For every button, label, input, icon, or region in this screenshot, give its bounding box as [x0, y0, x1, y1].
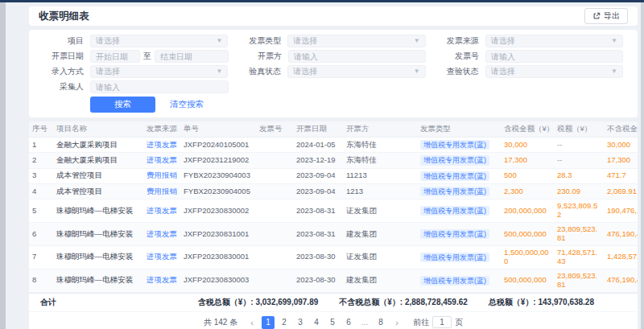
table-row: 8珠穆朗玛峰—电梯安装进项发票JXFP202308300032023-08-30…: [29, 269, 638, 292]
goto-page-input[interactable]: [432, 316, 452, 328]
column-header-project: 项目名称: [53, 121, 143, 137]
cell-net: 476,190,476.19: [604, 269, 638, 292]
summary-label: 合计: [40, 297, 56, 308]
invoice-source-link[interactable]: 进项发票: [147, 140, 177, 149]
cell-issuer: 东海特佳: [343, 137, 417, 152]
table-row: 5珠穆朗玛峰—电梯安装进项发票JXFP202308300022023-08-31…: [29, 199, 638, 223]
table-row: 3成本管控项目费用报销FYBX202309040032023-09-041121…: [29, 168, 638, 183]
invoice-no-label: 发票号: [432, 51, 479, 62]
cell-seq: 2: [29, 153, 53, 168]
table-row: 1金融大厦采购项目进项发票JXFP202401050012024-01-05东海…: [29, 137, 638, 152]
page-button[interactable]: 8: [374, 316, 387, 329]
column-header-seq: 序号: [29, 121, 53, 137]
column-header-tax: 税额（¥）: [554, 121, 604, 137]
cell-date: 2023-12-19: [293, 153, 343, 168]
invoice-no-input[interactable]: [485, 50, 623, 63]
invoice-source-select[interactable]: 请选择 ▼: [485, 35, 623, 47]
cell-doc_no: JXFP20230830001: [180, 245, 256, 269]
invoice-type-select[interactable]: 请选择 ▼: [287, 35, 425, 47]
filter-project: 项目 请选择 ▼: [37, 35, 228, 47]
cell-type: 增值税专用发票(蓝): [417, 269, 501, 292]
invoice-source-link[interactable]: 进项发票: [147, 206, 177, 215]
cell-tax: --: [554, 137, 604, 152]
page-button[interactable]: 3: [294, 316, 307, 329]
pagination: 共 142 条 ‹ 123456...8 › 前往 页: [29, 311, 638, 329]
column-header-type: 发票类型: [417, 121, 501, 137]
invoice-source-label: 发票来源: [432, 35, 479, 47]
page-button[interactable]: 6: [342, 316, 355, 329]
column-header-net: 不含税金额（¥）: [604, 121, 638, 137]
cell-project: 成本管控项目: [53, 183, 143, 199]
clear-search-button[interactable]: 清空搜索: [163, 97, 210, 113]
cell-doc_no: FYBX20230904003: [180, 168, 256, 183]
project-select-placeholder: 请选择: [96, 35, 120, 47]
invoice-type-badge: 增值税专用发票(蓝): [420, 140, 489, 150]
date-range-separator: 至: [143, 51, 151, 62]
filter-verify-status: 验真状态 请选择 ▼: [234, 65, 425, 78]
cell-seq: 3: [29, 168, 53, 183]
chevron-down-icon: ▼: [216, 38, 222, 44]
cell-date: 2023-08-31: [293, 223, 343, 246]
cell-issuer: 东海特佳: [343, 153, 417, 168]
cell-amount: 1,500,000,000: [501, 245, 554, 269]
cell-issuer: 11213: [343, 168, 417, 183]
invoice-type-badge: 增值税专用发票(蓝): [420, 229, 489, 239]
column-header-issuer: 开票方: [343, 121, 417, 137]
cell-tax: 23,809,523.81: [554, 223, 604, 246]
cell-doc_no: JXFP20230831001: [180, 223, 256, 246]
page-button[interactable]: 1: [262, 316, 275, 329]
cell-tax: 230.09: [554, 183, 604, 199]
filter-row-3: 录入方式 请选择 ▼ 验真状态 请选择 ▼ 查验状态 请选择 ▼: [37, 65, 630, 78]
cell-source: 进项发票: [143, 199, 180, 223]
filter-check-status: 查验状态 请选择 ▼: [432, 65, 623, 78]
search-button[interactable]: 搜索: [90, 97, 155, 113]
goto-suffix: 页: [455, 317, 463, 328]
cell-type: 增值税专用发票(蓝): [417, 245, 501, 269]
next-page-button[interactable]: ›: [392, 318, 402, 327]
invoice-source-link[interactable]: 进项发票: [147, 252, 177, 261]
filter-invoice-source: 发票来源 请选择 ▼: [432, 35, 623, 47]
table-row: 4成本管控项目费用报销FYBX202309040052023-09-041213…: [29, 183, 638, 199]
cell-project: 成本管控项目: [53, 168, 143, 183]
invoice-table: 序号项目名称发票来源单号发票号开票日期开票方发票类型含税金额（¥）税额（¥）不含…: [29, 121, 638, 293]
entry-mode-label: 录入方式: [37, 66, 84, 77]
prev-page-button[interactable]: ‹: [247, 318, 257, 327]
window-top-edge: [0, 0, 644, 2]
table-body: 1金融大厦采购项目进项发票JXFP202401050012024-01-05东海…: [29, 137, 638, 292]
check-status-select[interactable]: 请选择 ▼: [485, 65, 623, 78]
cell-invoice_no: [256, 245, 293, 269]
cell-project: 金融大厦采购项目: [53, 153, 143, 168]
date-end-input[interactable]: [155, 50, 229, 63]
project-select[interactable]: 请选择 ▼: [90, 35, 228, 47]
invoice-source-link[interactable]: 进项发票: [147, 229, 177, 238]
cell-invoice_no: [256, 183, 293, 199]
column-header-invoice_no: 发票号: [256, 121, 293, 137]
cell-net: 17,300: [604, 153, 638, 168]
filter-panel: 项目 请选择 ▼ 发票类型 请选择 ▼ 发票来源 请选择 ▼: [29, 30, 638, 117]
invoice-source-link[interactable]: 费用报销: [147, 171, 177, 179]
page-button[interactable]: 5: [326, 316, 339, 329]
page-button[interactable]: 2: [278, 316, 291, 329]
cell-type: 增值税专用发票(蓝): [417, 137, 501, 152]
filter-invoice-type: 发票类型 请选择 ▼: [234, 35, 425, 47]
table-scroll-area[interactable]: 序号项目名称发票来源单号发票号开票日期开票方发票类型含税金额（¥）税额（¥）不含…: [29, 121, 638, 293]
verify-status-select[interactable]: 请选择 ▼: [287, 65, 425, 78]
cell-amount: 200,000,000: [501, 199, 554, 223]
invoice-source-link[interactable]: 费用报销: [147, 187, 177, 195]
invoice-type-badge: 增值税专用发票(蓝): [420, 187, 489, 196]
invoice-source-link[interactable]: 进项发票: [147, 155, 177, 164]
collector-input[interactable]: [90, 80, 229, 93]
page-button[interactable]: 4: [310, 316, 323, 329]
invoice-table-card: 序号项目名称发票来源单号发票号开票日期开票方发票类型含税金额（¥）税额（¥）不含…: [29, 121, 638, 329]
pagination-ellipsis: ...: [358, 316, 371, 329]
issuer-input[interactable]: [288, 50, 426, 63]
export-button[interactable]: 导出: [584, 8, 628, 24]
cell-date: 2023-08-30: [293, 245, 343, 269]
invoice-source-link[interactable]: 进项发票: [147, 275, 177, 284]
cell-project: 金融大厦采购项目: [53, 137, 143, 152]
entry-mode-select[interactable]: 请选择 ▼: [90, 65, 228, 78]
invoice-type-badge: 增值税专用发票(蓝): [420, 276, 489, 286]
date-start-input[interactable]: [90, 50, 140, 63]
project-label: 项目: [37, 35, 84, 47]
summary-total: 不含税总额（¥）: 2,888,728,459.62: [339, 297, 468, 308]
